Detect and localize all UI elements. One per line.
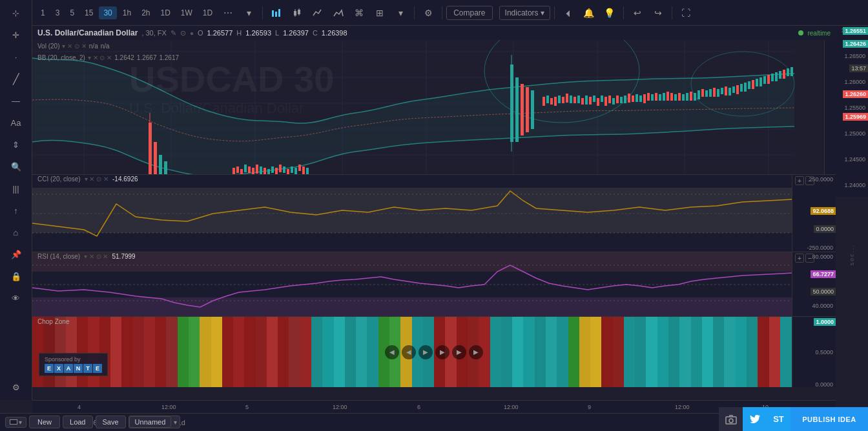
cci-plus-btn[interactable]: + xyxy=(795,176,804,185)
pair-title[interactable]: U.S. Dollar/Canadian Dollar xyxy=(37,28,138,37)
settings-tool[interactable]: ⚙ xyxy=(4,377,28,397)
timeframe-2h[interactable]: 2h xyxy=(137,6,154,19)
timeframe-3[interactable]: 3 xyxy=(51,6,65,19)
cci-label: CCI (20, close) xyxy=(37,175,81,183)
eye-tool[interactable]: 👁 xyxy=(4,288,28,308)
chop-nav-right2[interactable]: ▶ xyxy=(452,345,466,359)
svg-rect-1 xyxy=(275,12,277,17)
chop-bar xyxy=(345,317,356,387)
lock-tool[interactable]: 🔒 xyxy=(4,266,28,286)
time-label-4: 4 xyxy=(78,404,81,410)
measure-tool[interactable]: ⇕ xyxy=(4,134,28,155)
bar-pattern-tool[interactable]: ||| xyxy=(4,178,28,199)
timeframe-dropdown-btn[interactable]: ▾ xyxy=(239,3,258,23)
timeframe-1[interactable]: 1 xyxy=(36,6,50,19)
sponsored-text: Sponsored by xyxy=(45,356,102,363)
timeframe-15[interactable]: 15 xyxy=(80,6,98,19)
chop-nav-left[interactable]: ◀ xyxy=(385,345,399,359)
replay-icon[interactable]: ⏴ xyxy=(559,3,578,23)
screenshot-dropdown[interactable]: ▾ xyxy=(19,419,22,426)
new-button[interactable]: New xyxy=(29,416,60,428)
compare-button[interactable]: Compare xyxy=(446,6,492,20)
chart-type-icon[interactable]: ⊞ xyxy=(370,3,389,23)
svg-point-144 xyxy=(729,419,733,423)
bar-chart-icon[interactable] xyxy=(267,3,286,23)
edit-icon[interactable]: ✎ xyxy=(170,29,176,37)
rsi-minus-btn[interactable]: − xyxy=(805,254,814,263)
lightbulb-icon[interactable]: 💡 xyxy=(600,3,619,23)
save-button[interactable]: Save xyxy=(96,416,126,428)
svg-rect-0 xyxy=(272,10,274,17)
chop-bar xyxy=(356,317,367,387)
price-tag-4: 1.25969 xyxy=(843,113,868,121)
timeframe-30[interactable]: 30 xyxy=(99,6,116,19)
chop-nav-play[interactable]: ▶ xyxy=(418,345,433,359)
settings-gear-icon[interactable]: ⚙ xyxy=(418,3,438,23)
svg-rect-107 xyxy=(678,93,681,101)
cci-minus-btn[interactable]: − xyxy=(805,176,814,185)
cci-bot: -250.0000 xyxy=(807,245,833,251)
chop-bar xyxy=(702,317,713,387)
timeframe-1h[interactable]: 1h xyxy=(118,6,136,19)
chop-bar xyxy=(691,317,702,387)
chop-nav-right[interactable]: ▶ xyxy=(435,345,450,359)
svg-rect-130 xyxy=(767,75,770,84)
chop-bar xyxy=(646,317,657,387)
chop-bar xyxy=(367,317,378,387)
timeframe-1D[interactable]: 1D xyxy=(156,6,175,19)
heikin-ashi-icon[interactable]: ⌘ xyxy=(349,3,369,23)
pin-tool[interactable]: 📌 xyxy=(4,244,28,265)
zoom-tool[interactable]: 🔍 xyxy=(4,156,28,177)
crosshair-tool[interactable]: ✛ xyxy=(4,25,28,45)
rsi-plus-btn[interactable]: + xyxy=(795,254,804,263)
twitter-button[interactable] xyxy=(743,407,767,431)
chop-header-text: Chop Zone xyxy=(37,318,69,325)
area-chart-icon[interactable] xyxy=(329,3,348,23)
dot-tool[interactable]: · xyxy=(4,46,28,67)
svg-rect-121 xyxy=(732,86,735,93)
lock-icon[interactable]: ⊙ xyxy=(180,29,186,37)
more-timeframes-btn[interactable]: ⋯ xyxy=(218,3,238,23)
close-label: C xyxy=(313,29,318,37)
undo-icon[interactable]: ↩ xyxy=(628,3,647,23)
chop-bar xyxy=(601,317,612,387)
st-button[interactable]: ST xyxy=(767,407,790,431)
chop-bar xyxy=(300,317,311,387)
cursor-tool[interactable]: ⊹ xyxy=(4,3,28,23)
publish-idea-button[interactable]: PuBLIsh IdEA xyxy=(790,407,868,431)
redo-icon[interactable]: ↪ xyxy=(648,3,668,23)
more-chart-types-btn[interactable]: ▾ xyxy=(391,3,410,23)
up-arrow-tool[interactable]: ↑ xyxy=(4,200,28,221)
svg-rect-79 xyxy=(570,95,572,103)
rsi-axis: 80.0000 66.7277 50.0000 40.0000 + − xyxy=(792,252,836,317)
home-tool[interactable]: ⌂ xyxy=(4,222,28,243)
exante-e1: E xyxy=(45,364,54,373)
timeframe-5[interactable]: 5 xyxy=(65,6,79,19)
svg-rect-136 xyxy=(790,67,793,76)
load-button[interactable]: Load xyxy=(63,416,92,428)
timeframe-1W[interactable]: 1W xyxy=(176,6,197,19)
camera-button[interactable] xyxy=(719,407,743,431)
alert-icon[interactable]: 🔔 xyxy=(579,3,599,23)
svg-rect-108 xyxy=(682,94,685,101)
chart-name-display[interactable]: Unnamed xyxy=(129,416,172,428)
svg-rect-60 xyxy=(291,166,293,173)
line-chart-icon[interactable] xyxy=(308,3,327,23)
fullscreen-icon[interactable]: ⛶ xyxy=(676,3,696,23)
draw-line-tool[interactable]: ╱ xyxy=(4,68,28,89)
svg-rect-96 xyxy=(636,94,638,102)
chop-bar xyxy=(43,317,54,387)
exante-a: A xyxy=(64,364,73,373)
indicators-button[interactable]: Indicators ▾ xyxy=(499,6,550,20)
horizontal-line-tool[interactable]: — xyxy=(4,90,28,111)
exante-x: X xyxy=(54,364,63,373)
candle-icon[interactable] xyxy=(287,3,307,23)
chop-nav-right3[interactable]: ▶ xyxy=(469,345,483,359)
open-value: 1.26577 xyxy=(207,29,233,37)
text-tool[interactable]: Aa xyxy=(4,112,28,133)
chop-nav-left2[interactable]: ◀ xyxy=(402,345,416,359)
price-tag-2: 1.26426 xyxy=(843,40,868,48)
timeframe-1Db[interactable]: 1D xyxy=(198,6,217,19)
chart-name-dropdown[interactable]: ▾ xyxy=(171,417,180,427)
svg-rect-127 xyxy=(756,79,758,86)
